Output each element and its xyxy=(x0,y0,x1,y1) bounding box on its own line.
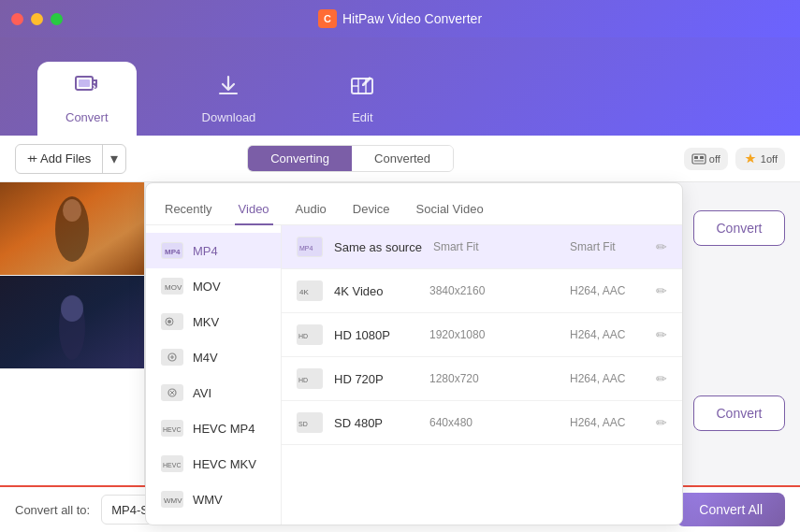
mp4-icon: MP4 xyxy=(161,242,183,259)
convert-all-button[interactable]: Convert All xyxy=(676,493,785,526)
format-tab-recently[interactable]: Recently xyxy=(161,194,216,225)
svg-rect-21 xyxy=(162,314,182,329)
convert-button-2[interactable]: Convert xyxy=(693,395,785,431)
format-body: MP4 MP4 MOV MOV xyxy=(146,225,682,525)
svg-text:4K: 4K xyxy=(299,288,309,296)
mkv-label: MKV xyxy=(193,315,219,329)
format-tabs: Recently Video Audio Device Social Video xyxy=(146,183,682,225)
convert-nav-icon xyxy=(74,73,100,105)
navbar: Convert Download Edit xyxy=(0,37,800,136)
720p-codec: H264, AAC xyxy=(570,372,645,385)
traffic-lights xyxy=(11,13,63,25)
toolbar-right: off 1off xyxy=(684,148,785,170)
nav-edit[interactable]: Edit xyxy=(321,62,403,136)
maximize-button[interactable] xyxy=(51,13,63,25)
quality-4k[interactable]: 4K 4K Video 3840x2160 H264, AAC ✏ xyxy=(282,269,682,313)
nav-download-label: Download xyxy=(202,110,256,124)
480p-edit-icon[interactable]: ✏ xyxy=(656,415,667,430)
nav-edit-label: Edit xyxy=(352,110,372,124)
convert-button-1[interactable]: Convert xyxy=(693,210,785,246)
format-tab-device[interactable]: Device xyxy=(349,194,394,225)
quality-list: MP4 Same as source Smart Fit Smart Fit ✏… xyxy=(282,225,682,525)
svg-text:SD: SD xyxy=(298,421,308,427)
add-files-dropdown-arrow[interactable]: ▾ xyxy=(103,145,125,173)
svg-rect-8 xyxy=(694,156,698,159)
quality-480p[interactable]: SD SD 480P 640x480 H264, AAC ✏ xyxy=(282,401,682,445)
480p-label: SD 480P xyxy=(334,416,418,430)
1080p-res: 1920x1080 xyxy=(429,328,559,341)
format-mov[interactable]: MOV MOV xyxy=(146,268,281,304)
svg-text:HD: HD xyxy=(298,333,308,339)
avi-label: AVI xyxy=(193,386,211,400)
quality-1080p[interactable]: HD HD 1080P 1920x1080 H264, AAC ✏ xyxy=(282,313,682,357)
1080p-label: HD 1080P xyxy=(334,328,418,342)
480p-res: 640x480 xyxy=(429,416,559,429)
add-files-label: + Add Files xyxy=(31,151,92,165)
480p-icon: SD xyxy=(297,412,323,433)
edit-nav-icon xyxy=(349,73,375,105)
format-panel: Recently Video Audio Device Social Video… xyxy=(145,182,683,525)
format-tab-video[interactable]: Video xyxy=(235,194,273,225)
convert-all-label: Convert all to: xyxy=(15,503,90,517)
svg-point-23 xyxy=(167,320,171,324)
svg-text:MP4: MP4 xyxy=(299,245,313,252)
main-content: Recently Video Audio Device Social Video… xyxy=(0,182,800,485)
720p-icon: HD xyxy=(297,368,323,389)
nav-convert[interactable]: Convert xyxy=(37,62,137,136)
tab-converted[interactable]: Converted xyxy=(352,146,453,171)
nav-download[interactable]: Download xyxy=(174,62,284,136)
svg-rect-1 xyxy=(79,79,90,87)
1080p-icon: HD xyxy=(297,324,323,345)
quality-720p[interactable]: HD HD 720P 1280x720 H264, AAC ✏ xyxy=(282,357,682,401)
format-hevc-mp4[interactable]: HEVC HEVC MP4 xyxy=(146,410,281,446)
svg-text:WMV: WMV xyxy=(164,496,182,505)
same-as-source-label: Same as source xyxy=(334,240,422,254)
wmv-icon: WMV xyxy=(161,491,183,508)
same-as-source-icon: MP4 xyxy=(297,237,323,257)
hw-badge-label: off xyxy=(709,153,720,165)
svg-text:HD: HD xyxy=(298,377,308,383)
4k-icon: 4K xyxy=(297,280,323,301)
titlebar: C HitPaw Video Converter xyxy=(0,0,800,37)
svg-rect-9 xyxy=(700,156,704,159)
format-m4v[interactable]: M4V xyxy=(146,339,281,375)
app-title: C HitPaw Video Converter xyxy=(318,9,482,28)
download-nav-icon xyxy=(215,73,241,105)
4k-edit-icon[interactable]: ✏ xyxy=(656,283,667,298)
same-as-source-edit-icon[interactable]: ✏ xyxy=(656,239,667,254)
format-tab-social-video[interactable]: Social Video xyxy=(413,194,487,225)
1080p-edit-icon[interactable]: ✏ xyxy=(656,327,667,342)
format-hevc-mkv[interactable]: HEVC HEVC MKV xyxy=(146,446,281,482)
720p-res: 1280x720 xyxy=(429,372,559,385)
svg-text:HEVC: HEVC xyxy=(163,426,181,433)
hevc-mkv-icon: HEVC xyxy=(161,455,183,472)
quality-same-as-source[interactable]: MP4 Same as source Smart Fit Smart Fit ✏ xyxy=(282,225,682,269)
tab-converting[interactable]: Converting xyxy=(248,146,352,171)
close-button[interactable] xyxy=(11,13,23,25)
480p-codec: H264, AAC xyxy=(570,416,645,429)
format-mkv[interactable]: MKV xyxy=(146,304,281,339)
format-list: MP4 MP4 MOV MOV xyxy=(146,225,282,525)
tab-group: Converting Converted xyxy=(247,145,454,172)
format-mp4[interactable]: MP4 MP4 xyxy=(146,233,281,268)
format-wmv[interactable]: WMV WMV xyxy=(146,482,281,517)
add-files-button[interactable]: + + Add Files ▾ xyxy=(15,144,126,174)
svg-text:HEVC: HEVC xyxy=(163,462,181,468)
format-avi[interactable]: AVI xyxy=(146,375,281,410)
svg-rect-7 xyxy=(692,154,705,164)
video-item-2[interactable] xyxy=(0,276,144,369)
accel-badge-label: 1off xyxy=(761,153,778,165)
format-tab-audio[interactable]: Audio xyxy=(292,194,330,225)
720p-label: HD 720P xyxy=(334,372,418,386)
hevc-mkv-label: HEVC MKV xyxy=(193,457,256,471)
video-item-1[interactable] xyxy=(0,182,144,276)
hw-acceleration-badge[interactable]: off xyxy=(684,148,728,170)
720p-edit-icon[interactable]: ✏ xyxy=(656,371,667,386)
svg-text:MP4: MP4 xyxy=(165,248,181,256)
hevc-mp4-label: HEVC MP4 xyxy=(193,422,255,436)
speed-accel-badge[interactable]: 1off xyxy=(735,148,785,170)
add-files-main[interactable]: + + Add Files xyxy=(16,145,103,173)
mkv-icon xyxy=(161,313,183,330)
mov-icon: MOV xyxy=(161,278,183,295)
minimize-button[interactable] xyxy=(31,13,43,25)
